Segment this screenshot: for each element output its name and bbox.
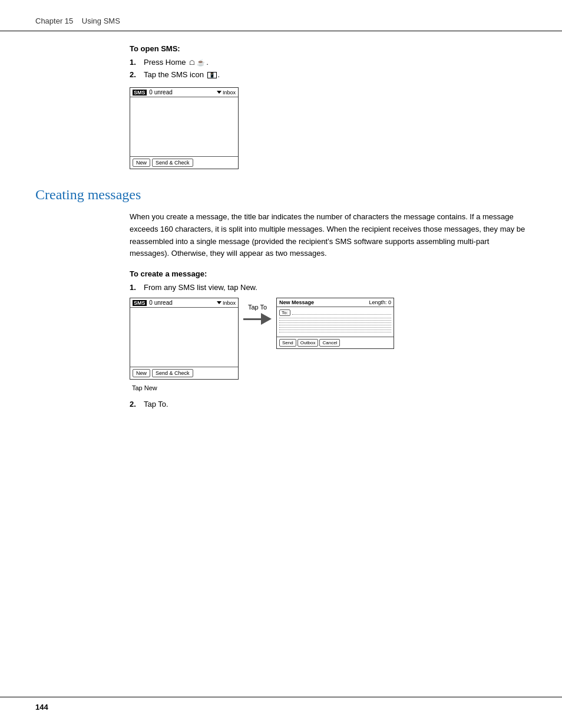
sms-send-check-button-2[interactable]: Send & Check [152, 369, 193, 377]
arrow-section: Tap To [243, 304, 272, 325]
top-border [0, 31, 562, 31]
main-content: To open SMS: 1. Press Home ☖ ☕. 2. Tap t… [35, 44, 527, 412]
sms-inbox-button[interactable]: Inbox [217, 90, 236, 95]
create-step-2: 2. Tap To. [130, 400, 527, 409]
to-button[interactable]: To: [279, 309, 290, 316]
step-2-num: 2. [130, 70, 141, 79]
dotted-line-6 [279, 330, 391, 330]
header: Chapter 15 Using SMS [35, 17, 120, 25]
sms-titlebar: SMS 0 unread Inbox [130, 88, 238, 97]
new-msg-length: Length: 0 [369, 299, 391, 305]
tap-new-label: Tap New [132, 384, 157, 391]
dotted-line-3 [279, 322, 391, 323]
open-steps: 1. Press Home ☖ ☕. 2. Tap the SMS icon 📱… [130, 58, 527, 79]
step-2-text: Tap the SMS icon 📱. [144, 70, 220, 79]
to-create-label: To create a message: [130, 269, 527, 278]
sms-app-icon: 📱 [207, 72, 217, 78]
new-msg-title: New Message [279, 299, 314, 305]
create-step-1-text: From any SMS list view, tap New. [144, 283, 257, 292]
sms-footer: New Send & Check [130, 156, 238, 169]
create-step-2-section: 2. Tap To. [130, 400, 527, 409]
diagram-container: SMS 0 unread Inbox New Send & Check Tap … [130, 298, 527, 391]
step-1-text: Press Home ☖ ☕. [144, 58, 209, 67]
sms-screenshot-1: SMS 0 unread Inbox New Send & Check [130, 87, 239, 169]
inbox-label-2: Inbox [223, 300, 236, 306]
new-message-screenshot: New Message Length: 0 To: Send Outbox [276, 298, 394, 349]
sms-send-check-button[interactable]: Send & Check [152, 159, 193, 167]
create-step-1-num: 1. [130, 283, 141, 292]
inbox-arrow-icon [217, 91, 222, 94]
cancel-button[interactable]: Cancel [319, 339, 340, 347]
chapter-label: Chapter 15 [35, 17, 73, 25]
sms-label: SMS [133, 90, 147, 95]
to-field-row: To: [279, 309, 391, 316]
arrow-line [243, 318, 261, 320]
step-1: 1. Press Home ☖ ☕. [130, 58, 527, 67]
dotted-line-4 [279, 325, 391, 325]
new-msg-body: To: [277, 307, 394, 337]
sms-inbox-button-2[interactable]: Inbox [217, 300, 236, 306]
arrow-graphic [243, 313, 272, 325]
inbox-arrow-icon-2 [217, 301, 222, 304]
bottom-border [0, 697, 562, 697]
sms-screenshot-2: SMS 0 unread Inbox New Send & Check [130, 298, 239, 380]
create-step-2-text: Tap To. [144, 400, 168, 409]
creating-messages-body: When you create a message, the title bar… [130, 211, 527, 260]
diagram-left: SMS 0 unread Inbox New Send & Check Tap … [130, 298, 239, 391]
to-dotted-line [292, 314, 391, 315]
create-steps: 1. From any SMS list view, tap New. [130, 283, 527, 292]
creating-messages-heading: Creating messages [35, 187, 527, 203]
new-msg-titlebar: New Message Length: 0 [277, 298, 394, 307]
step-2: 2. Tap the SMS icon 📱. [130, 70, 527, 79]
sms-new-button-2[interactable]: New [133, 369, 150, 377]
sms-badge: SMS 0 unread [133, 89, 173, 95]
sms-titlebar-2: SMS 0 unread Inbox [130, 298, 238, 308]
section-label: Using SMS [82, 17, 120, 25]
send-button[interactable]: Send [279, 339, 296, 347]
sms-new-button[interactable]: New [133, 159, 150, 167]
sms-body-2 [130, 308, 238, 367]
inbox-label: Inbox [223, 90, 236, 95]
dotted-line-2 [279, 320, 391, 321]
home-icon: ☖ ☕ [189, 59, 205, 67]
new-msg-footer: Send Outbox Cancel [277, 337, 394, 348]
create-step-2-num: 2. [130, 400, 141, 409]
dotted-line-5 [279, 327, 391, 328]
outbox-button[interactable]: Outbox [297, 339, 319, 347]
tap-to-annotation: Tap To [248, 304, 267, 311]
create-step-1: 1. From any SMS list view, tap New. [130, 283, 527, 292]
dotted-line-1 [279, 318, 391, 318]
arrow-head-icon [261, 313, 272, 325]
sms-footer-2: New Send & Check [130, 367, 238, 379]
to-open-label: To open SMS: [130, 44, 527, 53]
step-1-num: 1. [130, 58, 141, 67]
sms-badge-2: SMS 0 unread [133, 299, 173, 306]
sms-body [130, 97, 238, 156]
dotted-line-7 [279, 332, 391, 332]
sms-unread-2: 0 unread [149, 299, 172, 306]
sms-unread: 0 unread [149, 89, 172, 95]
page-number: 144 [35, 703, 48, 711]
sms-label-2: SMS [133, 300, 147, 306]
